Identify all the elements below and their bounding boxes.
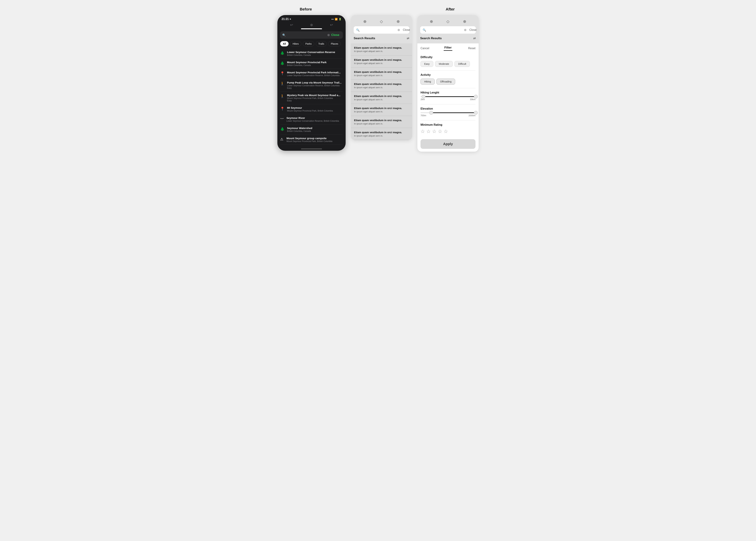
elevation-label: Elevation xyxy=(420,107,475,110)
elevation-fill xyxy=(430,112,475,113)
list-item[interactable]: ⚠ Mount Seymour group campsite Mount Sey… xyxy=(280,135,343,145)
result-card[interactable]: Etiam quam vestibulum in orci magna. In … xyxy=(351,56,412,68)
nav-icons-row: ⊕ ◇ ⊕ xyxy=(420,18,476,26)
nav-diamond-icon[interactable]: ◇ xyxy=(380,19,383,24)
star-1[interactable]: ☆ xyxy=(420,129,425,134)
section-headers: Before After xyxy=(264,7,492,12)
before-phone: 21:21 ➤ ▪▪▪ 📶 🔋 ↩ ⊕ ↩ 🔍 seymour xyxy=(277,15,346,151)
search-input[interactable]: seymour xyxy=(287,33,326,37)
elevation-min-label: 700m xyxy=(420,114,426,117)
search-result-list: 🌲 Lower Seymour Conservation Reserve Bri… xyxy=(277,49,346,145)
close-button[interactable]: Close xyxy=(331,33,339,37)
hiking-max-label: 30km xyxy=(470,98,475,101)
result-card[interactable]: Etiam quam vestibulum in orci magna. In … xyxy=(351,128,412,140)
apply-button[interactable]: Apply xyxy=(420,139,475,149)
hiker-icon: 🚶 xyxy=(280,94,285,98)
star-rating: ☆ ☆ ☆ ☆ ☆ xyxy=(420,129,475,134)
elevation-thumb-right[interactable] xyxy=(474,111,478,115)
hiking-slider[interactable] xyxy=(420,96,475,97)
list-item[interactable]: 🌲 Mount Seymour Provincial Park British … xyxy=(280,59,343,69)
filter-icon-button[interactable]: ⇌ xyxy=(407,36,409,40)
nav-plus-icon[interactable]: ⊕ xyxy=(463,19,466,24)
tab-all[interactable]: All xyxy=(280,41,289,46)
nav-location-icon[interactable]: ⊕ xyxy=(363,19,367,24)
list-item[interactable]: 📍 Mount Seymour Provincial Park Informat… xyxy=(280,69,343,79)
clear-icon[interactable]: ⊗ xyxy=(327,33,330,37)
search-results-title: Search Results xyxy=(354,37,375,40)
back-icon[interactable]: ↩ xyxy=(290,23,293,27)
result-card[interactable]: Etiam quam vestibulum in orci magna. In … xyxy=(351,68,412,80)
tab-trails[interactable]: Trails xyxy=(316,41,327,46)
search-icon: 🔍 xyxy=(356,28,360,32)
elevation-slider[interactable] xyxy=(420,112,475,113)
top-right-icon[interactable]: ↩ xyxy=(330,23,333,27)
result-card[interactable]: Etiam quam vestibulum in orci magna. In … xyxy=(351,92,412,104)
river-icon: 〰 xyxy=(280,117,284,121)
before-header: Before xyxy=(268,7,343,12)
star-2[interactable]: ☆ xyxy=(426,129,431,134)
list-item[interactable]: 〰 Seymour River Lower Seymour Conservati… xyxy=(280,114,343,125)
phone-search-bar[interactable]: 🔍 seymour ⊗ Close xyxy=(280,31,343,39)
chip-easy[interactable]: Easy xyxy=(420,61,433,67)
chip-hiking[interactable]: Hiking xyxy=(420,79,435,85)
nav-icons-row: ⊕ ◇ ⊕ xyxy=(354,18,409,26)
nav-plus-icon[interactable]: ⊕ xyxy=(396,19,400,24)
list-item[interactable]: 🚶 Mystery Peak via Mount Seymour Road a.… xyxy=(280,92,343,104)
tab-places[interactable]: Places xyxy=(328,41,341,46)
tab-hikes[interactable]: Hikes xyxy=(290,41,301,46)
filter-tabs-row: Cancel Filter Reset xyxy=(417,43,479,51)
filter-panel-header: ⊕ ◇ ⊕ 🔍 keywords ⊗ Close Search Results … xyxy=(417,15,479,43)
app-search-row[interactable]: 🔍 keywords ⊗ Close xyxy=(354,26,409,34)
filter-icon-button[interactable]: ⇌ xyxy=(473,36,476,40)
signal-icon: ▪▪▪ xyxy=(331,18,334,20)
close-button[interactable]: Close xyxy=(469,28,476,32)
warning-icon: ⚠ xyxy=(280,137,284,141)
star-3[interactable]: ☆ xyxy=(432,129,436,134)
divider xyxy=(420,120,475,121)
nav-diamond-icon[interactable]: ◇ xyxy=(446,19,449,24)
pin-icon: 📍 xyxy=(280,107,285,111)
battery-icon: 🔋 xyxy=(339,18,342,20)
chip-offroading[interactable]: Offroading xyxy=(436,79,455,85)
search-results-header: Search Results ⇌ xyxy=(420,36,476,41)
elevation-max-label: 2000m xyxy=(468,114,475,117)
hiking-thumb-left[interactable] xyxy=(421,95,425,99)
search-icon: 🔍 xyxy=(282,33,286,37)
divider xyxy=(420,88,475,88)
list-item[interactable]: 🚶 Pump Peak Loop via Mount Seymour Trail… xyxy=(280,79,343,92)
nav-location-icon[interactable]: ⊕ xyxy=(430,19,433,24)
result-card[interactable]: Etiam quam vestibulum in orci magna. In … xyxy=(351,80,412,92)
list-item[interactable]: 🌲 Seymour Watershed British Columbia, Ca… xyxy=(280,125,343,135)
page-container: Before After 21:21 ➤ ▪▪▪ 📶 🔋 ↩ ⊕ xyxy=(264,7,492,152)
activity-label: Activity xyxy=(420,73,475,77)
list-item[interactable]: 📍 Mt Seymour Mount Seymour Provincial Pa… xyxy=(280,104,343,114)
min-rating-section: Minimum Rating ☆ ☆ ☆ ☆ ☆ xyxy=(420,123,475,134)
filter-search-row[interactable]: 🔍 keywords ⊗ Close xyxy=(420,26,476,34)
list-item[interactable]: 🌲 Lower Seymour Conservation Reserve Bri… xyxy=(280,49,343,59)
clear-icon[interactable]: ⊗ xyxy=(397,28,400,32)
search-input[interactable]: keywords xyxy=(427,28,462,32)
top-center-icon[interactable]: ⊕ xyxy=(310,23,313,27)
hiking-thumb-right[interactable] xyxy=(474,95,478,99)
elevation-thumb-left[interactable] xyxy=(429,111,433,115)
tab-parks[interactable]: Parks xyxy=(303,41,314,46)
filter-reset-button[interactable]: Reset xyxy=(461,47,475,50)
filter-tabs: All Hikes Parks Trails Places xyxy=(277,41,346,49)
divider xyxy=(420,70,475,71)
middle-header: ⊕ ◇ ⊕ 🔍 keywords ⊗ Close Search Results … xyxy=(351,15,412,43)
hiking-length-label: Hiking Lenght xyxy=(420,91,475,94)
chip-moderate[interactable]: Moderate xyxy=(435,61,453,67)
search-input[interactable]: keywords xyxy=(361,28,396,32)
result-card[interactable]: Etiam quam vestibulum in orci magna. In … xyxy=(351,43,412,56)
chip-difficult[interactable]: Difficult xyxy=(454,61,470,67)
star-4[interactable]: ☆ xyxy=(438,129,442,134)
result-card[interactable]: Etiam quam vestibulum in orci magna. In … xyxy=(351,116,412,128)
middle-panel: ⊕ ◇ ⊕ 🔍 keywords ⊗ Close Search Results … xyxy=(351,15,412,140)
close-button[interactable]: Close xyxy=(403,28,410,32)
result-card[interactable]: Etiam quam vestibulum in orci magna. In … xyxy=(351,104,412,116)
status-time: 21:21 ➤ xyxy=(282,18,291,21)
filter-cancel-button[interactable]: Cancel xyxy=(420,47,434,50)
difficulty-label: Difficulty xyxy=(420,56,475,59)
star-5[interactable]: ☆ xyxy=(444,129,448,134)
clear-icon[interactable]: ⊗ xyxy=(464,28,467,32)
